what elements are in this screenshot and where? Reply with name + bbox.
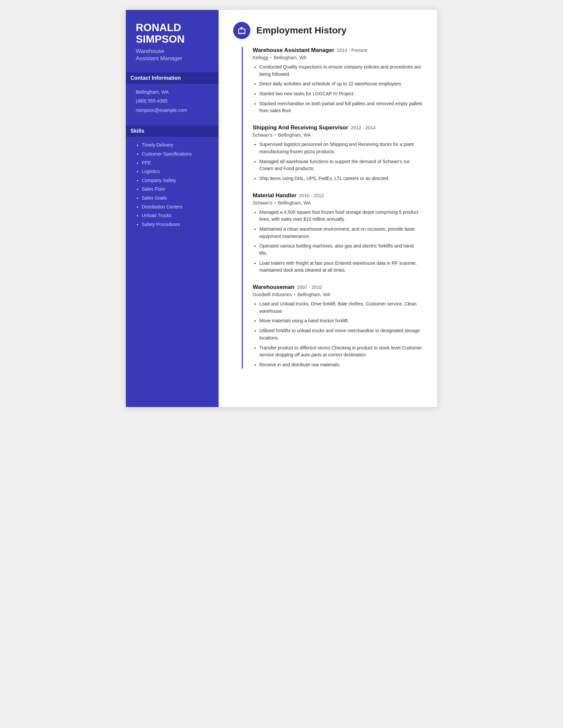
job-bullets: Load and Unload trucks, Drive forklift, … [253,300,423,369]
job-bullet: Ship items using DHL, UPS, FedEx, LTL ca… [259,175,423,182]
job-bullet: Conducted Quality inspections to ensure … [259,64,423,78]
job-company-row: Kellogg•Bellingham, WA [253,55,423,60]
job-location: Bellingham, WA [298,292,330,297]
job-bullets: Conducted Quality inspections to ensure … [253,64,423,114]
resume-container: RONALD SIMPSON Warehouse Assistant Manag… [126,10,437,407]
job-bullet: Stacked merchandise on both partial and … [259,100,423,114]
skill-item: Sales Floor [142,186,209,193]
skill-item: Safety Procedures [142,221,209,228]
briefcase-icon [237,26,246,35]
job-location: Bellingham, WA [278,132,311,138]
separator: • [294,292,296,297]
candidate-title: Warehouse Assistant Manager [136,48,209,62]
job-bullet: Receive in and distribute raw materials. [259,361,423,369]
job-title: Material Handler [253,192,297,199]
job-company: Goodwill Industries [253,292,292,297]
job-bullet: Supervised logistics personnel on Shippi… [259,141,423,155]
job-bullet: Transfer product to different stores Che… [259,344,423,359]
job-bullet: Managed all warehouse functions to suppo… [259,158,423,172]
separator: • [274,200,276,205]
candidate-name: RONALD SIMPSON [136,22,209,45]
job-bullet: Started two new tasks for LOGCAP IV Proj… [259,90,423,98]
skill-item: Company Safety [142,177,209,184]
skill-item: Distribution Centers [142,204,209,210]
job-bullet: Maintained a clean warehouse environment… [259,226,423,240]
job-company: Schwan's [253,132,272,138]
timeline: Warehouse Assistant Manager2014 - Presen… [242,47,423,369]
job-bullet: Utilized forklifts to unload trucks and … [259,327,423,341]
employment-header-row: Employment History [233,22,423,39]
contact-header: Contact Information [126,72,218,84]
job-company-row: Schwan's•Bellingham, WA [253,200,423,205]
job-bullet: Move materials using a hand truckor fork… [259,317,423,325]
job-title: Warehouseman [253,284,295,291]
job-title-row: Material Handler2010 - 2012 [253,192,423,199]
skill-item: Logistics [142,168,209,175]
job-title: Warehouse Assistant Manager [253,47,334,54]
job-location: Bellingham, WA [274,55,307,60]
skill-item: Sales Goals [142,195,209,202]
job-title: Shipping And Receiving Supervisor [253,124,348,131]
job-bullet: Managed a 4,500 square foot frozen food … [259,209,423,223]
employment-icon [233,22,250,39]
contact-email: rsimpson@example.com [136,107,209,114]
job-dates: 2010 - 2012 [299,193,324,198]
contact-section: Contact Information Bellingham, WA (480)… [136,72,209,116]
job-bullet: Direct daily activities and schedule of … [259,80,423,88]
job-block: Warehouse Assistant Manager2014 - Presen… [253,47,423,114]
skills-list: Timely DeliveryCustomer SpecificationsPP… [136,142,209,228]
separator: • [274,132,276,138]
employment-title: Employment History [256,25,347,36]
job-block: Material Handler2010 - 2012Schwan's•Bell… [253,192,423,274]
job-company-row: Schwan's•Bellingham, WA [253,132,423,138]
job-bullet: Operated various bottling machines, also… [259,243,423,257]
main-content: Employment History Warehouse Assistant M… [218,10,437,407]
skill-item: Timely Delivery [142,142,209,149]
job-company-row: Goodwill Industries•Bellingham, WA [253,292,423,297]
job-company: Kellogg [253,55,268,60]
job-dates: 2012 - 2014 [351,125,376,130]
contact-location: Bellingham, WA [136,89,209,96]
job-company: Schwan's [253,200,272,205]
job-title-row: Warehouse Assistant Manager2014 - Presen… [253,47,423,54]
contact-phone: (480) 555-4365 [136,98,209,105]
skills-header: Skills [126,125,218,137]
sidebar: RONALD SIMPSON Warehouse Assistant Manag… [126,10,218,407]
job-block: Shipping And Receiving Supervisor2012 - … [253,124,423,182]
job-block: Warehouseman2007 - 2010Goodwill Industri… [253,284,423,369]
separator: • [270,55,272,60]
job-title-row: Shipping And Receiving Supervisor2012 - … [253,124,423,131]
skill-item: PPE [142,160,209,166]
job-title-row: Warehouseman2007 - 2010 [253,284,423,291]
job-bullet: Load and Unload trucks, Drive forklift, … [259,300,423,315]
skill-item: Customer Specifications [142,151,209,158]
job-bullets: Managed a 4,500 square foot frozen food … [253,209,423,274]
skill-item: Unload Trucks [142,212,209,219]
job-bullets: Supervised logistics personnel on Shippi… [253,141,423,182]
skills-section: Skills Timely DeliveryCustomer Specifica… [136,125,209,230]
job-location: Bellingham, WA [278,200,311,205]
job-dates: 2014 - Present [337,48,367,53]
job-dates: 2007 - 2010 [297,285,322,290]
job-bullet: Load trailers with freight at fast pace.… [259,260,423,274]
